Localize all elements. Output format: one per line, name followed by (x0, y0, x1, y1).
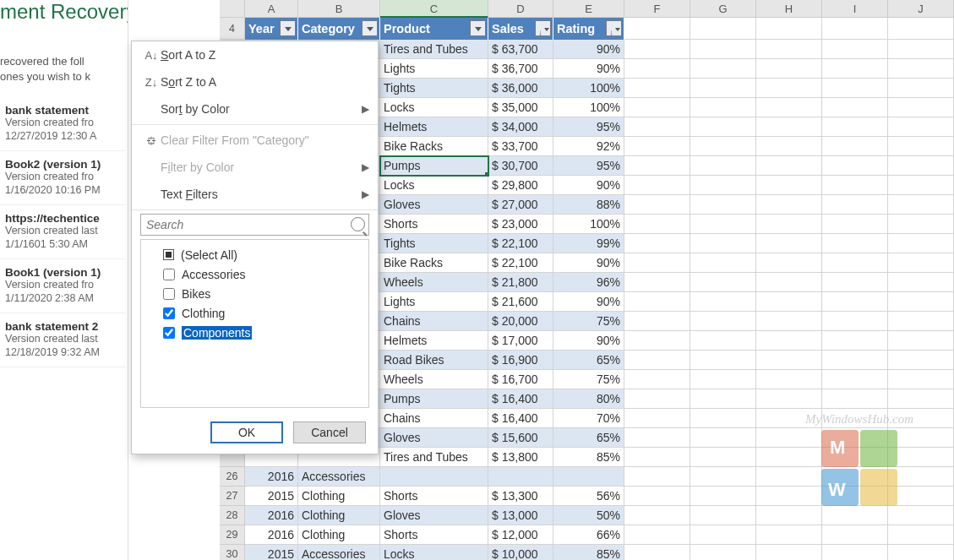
cell-sales[interactable]: $ 34,000 (488, 117, 553, 137)
cell-product[interactable]: Helmets (380, 117, 488, 137)
cell-product[interactable]: Chains (380, 312, 488, 331)
cell-product[interactable]: Lights (380, 59, 488, 79)
sort-z-to-a[interactable]: Z↓ Sort Z to A (132, 68, 378, 95)
column-header-I[interactable]: I (822, 0, 888, 18)
cell-rating[interactable]: 95% (553, 156, 624, 176)
cell-rating[interactable]: 90% (553, 40, 624, 59)
cell-sales[interactable]: $ 22,100 (488, 234, 553, 253)
cell-rating[interactable]: 100% (553, 215, 624, 234)
cell-product[interactable]: Pumps (380, 389, 488, 409)
cell-product[interactable]: Gloves (380, 428, 488, 448)
cell-year[interactable]: 2016 (245, 525, 298, 545)
filter-values-tree[interactable]: (Select All) AccessoriesBikesClothingCom… (140, 239, 369, 408)
cell-category[interactable]: Clothing (298, 487, 380, 506)
cell-product[interactable]: Shorts (380, 487, 488, 506)
cell-sales[interactable]: $ 16,700 (488, 370, 553, 389)
cell-sales[interactable]: $ 20,000 (488, 312, 553, 331)
column-header-D[interactable]: D (488, 0, 553, 18)
ok-button[interactable]: OK (210, 421, 283, 443)
header-category[interactable]: Category (298, 18, 380, 40)
cell-rating[interactable]: 96% (553, 273, 624, 292)
cell-rating[interactable]: 75% (553, 370, 624, 389)
cell-rating[interactable]: 100% (553, 79, 624, 98)
row-number[interactable]: 29 (220, 525, 245, 545)
header-sales[interactable]: Sales (488, 18, 553, 40)
cell-sales[interactable]: $ 21,600 (488, 292, 553, 312)
cell-rating[interactable] (553, 467, 624, 487)
cell-year[interactable]: 2016 (245, 467, 298, 487)
cell-sales[interactable]: $ 17,000 (488, 331, 553, 351)
filter-checkbox[interactable] (163, 288, 175, 300)
filter-dropdown-icon[interactable] (362, 20, 378, 36)
cell-product[interactable]: Wheels (380, 370, 488, 389)
cell-product[interactable]: Shorts (380, 525, 488, 545)
cell-rating[interactable]: 80% (553, 389, 624, 409)
search-input[interactable] (141, 215, 368, 235)
cell-rating[interactable]: 90% (553, 176, 624, 195)
cell-rating[interactable]: 99% (553, 234, 624, 253)
sort-a-to-z[interactable]: A↓ Sort A to Z (132, 41, 378, 68)
cell-rating[interactable]: 92% (553, 137, 624, 156)
cell-product[interactable]: Bike Racks (380, 253, 488, 273)
cell-product[interactable]: Gloves (380, 506, 488, 525)
cell-rating[interactable]: 50% (553, 506, 624, 525)
cell-product[interactable]: Road Bikes (380, 351, 488, 370)
cell-sales[interactable]: $ 16,400 (488, 389, 553, 409)
filter-sort-dropdown-icon[interactable] (606, 20, 622, 36)
cell-rating[interactable]: 70% (553, 409, 624, 428)
row-number[interactable]: 4 (220, 18, 245, 40)
header-rating[interactable]: Rating (553, 18, 624, 40)
cell-sales[interactable]: $ 10,000 (488, 545, 553, 560)
header-product[interactable]: Product (380, 18, 488, 40)
cell-sales[interactable]: $ 29,800 (488, 176, 553, 195)
cell-product[interactable]: Tights (380, 234, 488, 253)
recovery-item[interactable]: bank statement 2 Version created last 12… (0, 313, 125, 367)
filter-dropdown-icon[interactable] (470, 20, 486, 36)
cell-rating[interactable]: 90% (553, 292, 624, 312)
cell-sales[interactable]: $ 15,600 (488, 428, 553, 448)
cell-product[interactable]: Tires and Tubes (380, 448, 488, 467)
column-header-G[interactable]: G (690, 0, 756, 18)
filter-option[interactable]: Components (148, 323, 362, 342)
cell-product[interactable]: Locks (380, 98, 488, 117)
cell-product[interactable]: Shorts (380, 215, 488, 234)
text-filters[interactable]: Text Filters ▶ (132, 181, 378, 208)
select-all-checkbox[interactable] (163, 249, 174, 260)
cell-category[interactable]: Clothing (298, 506, 380, 525)
column-header-B[interactable]: B (298, 0, 380, 18)
sort-by-color[interactable]: Sort by Color ▶ (132, 95, 378, 122)
cell-rating[interactable]: 95% (553, 117, 624, 137)
cell-product[interactable]: Locks (380, 545, 488, 560)
cell-sales[interactable]: $ 13,800 (488, 448, 553, 467)
recovery-item[interactable]: Book1 (version 1) Version created fro 1/… (0, 259, 125, 313)
cell-sales[interactable]: $ 16,400 (488, 409, 553, 428)
cell-sales[interactable]: $ 21,800 (488, 273, 553, 292)
row-number[interactable]: 28 (220, 506, 245, 525)
cell-product[interactable]: Helmets (380, 331, 488, 351)
cell-sales[interactable]: $ 12,000 (488, 525, 553, 545)
cell-year[interactable]: 2015 (245, 545, 298, 560)
cell-year[interactable]: 2016 (245, 506, 298, 525)
cell-rating[interactable]: 100% (553, 98, 624, 117)
cell-rating[interactable]: 90% (553, 331, 624, 351)
recovery-item[interactable]: Book2 (version 1) Version created fro 1/… (0, 151, 125, 205)
cell-rating[interactable]: 88% (553, 195, 624, 215)
cell-product[interactable]: Tights (380, 79, 488, 98)
recovery-item[interactable]: bank statement Version created fro 12/27… (0, 97, 125, 151)
cell-sales[interactable]: $ 27,000 (488, 195, 553, 215)
filter-checkbox[interactable] (163, 307, 175, 319)
column-header-H[interactable]: H (756, 0, 822, 18)
column-header-A[interactable]: A (245, 0, 298, 18)
select-all-corner[interactable] (220, 0, 245, 18)
cell-category[interactable]: Clothing (298, 525, 380, 545)
header-year[interactable]: Year (245, 18, 298, 40)
cell-product[interactable]: Chains (380, 409, 488, 428)
filter-option[interactable]: Accessories (148, 264, 362, 284)
row-number[interactable]: 26 (220, 467, 245, 487)
cell-rating[interactable]: 66% (553, 525, 624, 545)
filter-dropdown-icon[interactable] (280, 20, 296, 36)
cell-rating[interactable]: 65% (553, 351, 624, 370)
cell-product[interactable]: Pumps (380, 156, 488, 176)
cell-rating[interactable]: 90% (553, 59, 624, 79)
filter-sort-dropdown-icon[interactable] (535, 20, 551, 36)
